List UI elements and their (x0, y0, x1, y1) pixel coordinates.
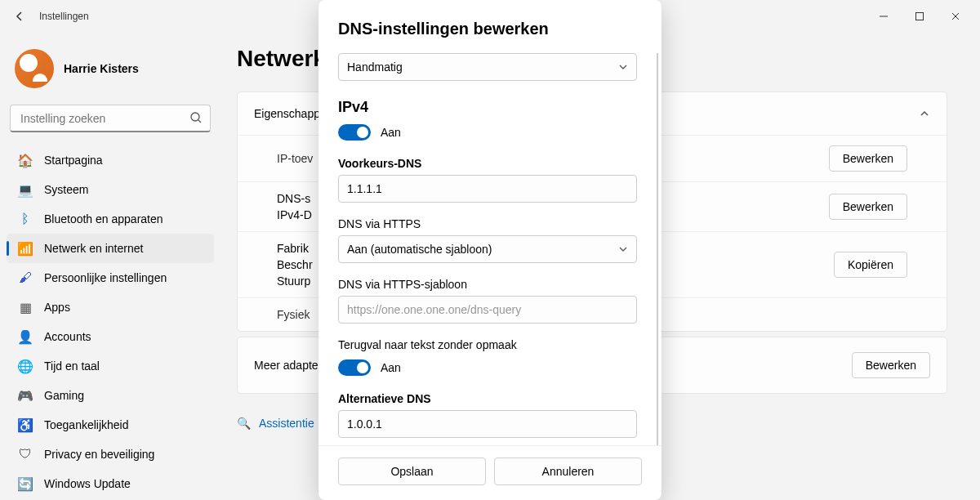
user-block[interactable]: Harrie Kisters (7, 39, 214, 105)
dns-https-label: DNS via HTTPS (338, 217, 637, 230)
nav-label: Privacy en beveiliging (44, 448, 154, 461)
user-name: Harrie Kisters (64, 62, 139, 75)
nav-label: Systeem (44, 183, 88, 196)
fallback-toggle[interactable] (338, 359, 371, 376)
nav-icon: 📶 (18, 241, 33, 256)
modal-title: DNS-instellingen bewerken (318, 20, 662, 53)
sidebar-item-systeem[interactable]: 💻Systeem (7, 175, 214, 204)
ip-edit-button[interactable]: Bewerken (829, 145, 907, 172)
nav-label: Toegankelijkheid (44, 418, 129, 431)
sidebar: Harrie Kisters 🏠Startpagina💻SysteemᛒBlue… (0, 33, 220, 500)
mode-dropdown[interactable]: Handmatig (338, 53, 637, 81)
nav-label: Gaming (44, 389, 84, 402)
nav-icon: ▦ (18, 300, 33, 315)
save-button[interactable]: Opslaan (338, 458, 486, 485)
nav-icon: 🖌 (18, 270, 33, 285)
nav-icon: 👤 (18, 329, 33, 344)
alt-dns-label: Alternatieve DNS (338, 392, 637, 405)
chevron-up-icon (919, 108, 930, 119)
ipv4-toggle[interactable] (338, 124, 371, 141)
close-button[interactable] (938, 3, 973, 29)
svg-rect-1 (916, 13, 924, 20)
nav-label: Netwerk en internet (44, 242, 143, 255)
sidebar-item-windows-update[interactable]: 🔄Windows Update (7, 469, 214, 498)
nav-icon: 🔄 (18, 476, 33, 491)
sidebar-item-persoonlijke-instellingen[interactable]: 🖌Persoonlijke instellingen (7, 263, 214, 292)
nav-icon: 🎮 (18, 388, 33, 403)
fallback-label: Terugval naar tekst zonder opmaak (338, 338, 637, 351)
svg-point-2 (191, 113, 199, 121)
nav-list: 🏠Startpagina💻SysteemᛒBluetooth en appara… (7, 145, 214, 498)
chevron-down-icon (618, 62, 628, 72)
search-box (10, 105, 211, 132)
nav-label: Startpagina (44, 154, 103, 167)
nav-label: Tijd en taal (44, 359, 100, 373)
nav-icon: 💻 (18, 182, 33, 197)
preferred-dns-label: Voorkeurs-DNS (338, 157, 637, 170)
dns-https-dropdown[interactable]: Aan (automatische sjabloon) (338, 235, 637, 263)
nav-label: Accounts (44, 330, 91, 343)
nav-label: Windows Update (44, 477, 131, 490)
chevron-down-icon (618, 244, 628, 254)
more-edit-button[interactable]: Bewerken (852, 352, 930, 378)
avatar (15, 49, 54, 88)
search-icon (189, 111, 203, 124)
nav-label: Bluetooth en apparaten (44, 212, 163, 225)
back-button[interactable] (7, 3, 33, 29)
fallback-toggle-label: Aan (381, 361, 401, 374)
sidebar-item-netwerk-en-internet[interactable]: 📶Netwerk en internet (7, 234, 214, 263)
window-title: Instellingen (39, 11, 89, 22)
sidebar-item-accounts[interactable]: 👤Accounts (7, 322, 214, 351)
nav-icon: 🏠 (18, 153, 33, 167)
sidebar-item-startpagina[interactable]: 🏠Startpagina (7, 145, 214, 175)
cancel-button[interactable]: Annuleren (494, 458, 642, 485)
template-input[interactable] (338, 296, 637, 324)
dns-edit-button[interactable]: Bewerken (829, 194, 907, 220)
nav-icon: ♿ (18, 417, 33, 432)
sidebar-item-tijd-en-taal[interactable]: 🌐Tijd en taal (7, 351, 214, 381)
nav-icon: 🌐 (18, 359, 33, 373)
copy-button[interactable]: Kopiëren (834, 252, 907, 278)
arrow-left-icon (13, 10, 26, 23)
sidebar-item-gaming[interactable]: 🎮Gaming (7, 381, 214, 410)
sidebar-item-toegankelijkheid[interactable]: ♿Toegankelijkheid (7, 410, 214, 440)
nav-label: Persoonlijke instellingen (44, 271, 167, 284)
minimize-button[interactable] (866, 3, 902, 29)
svg-line-3 (198, 120, 201, 123)
nav-icon: ᛒ (18, 212, 33, 226)
alt-dns-input[interactable] (338, 410, 637, 438)
maximize-button[interactable] (902, 3, 938, 29)
sidebar-item-privacy-en-beveiliging[interactable]: 🛡Privacy en beveiliging (7, 440, 214, 469)
ipv4-section-title: IPv4 (338, 99, 637, 116)
dns-edit-modal: DNS-instellingen bewerken Handmatig IPv4… (318, 0, 662, 500)
sidebar-item-bluetooth-en-apparaten[interactable]: ᛒBluetooth en apparaten (7, 204, 214, 234)
nav-label: Apps (44, 301, 70, 314)
search-input[interactable] (10, 105, 211, 132)
ipv4-toggle-label: Aan (381, 126, 401, 139)
preferred-dns-input[interactable] (338, 175, 637, 203)
sidebar-item-apps[interactable]: ▦Apps (7, 292, 214, 322)
template-label: DNS via HTTPS-sjabloon (338, 278, 637, 291)
nav-icon: 🛡 (18, 447, 33, 462)
help-icon: 🔍 (237, 417, 251, 430)
